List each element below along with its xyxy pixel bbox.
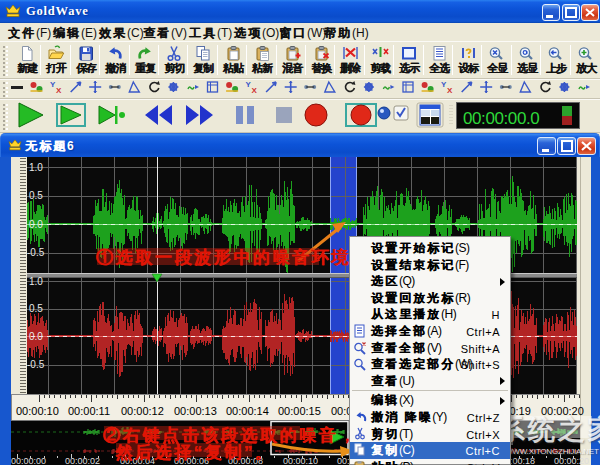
svg-text:X: X <box>56 86 62 95</box>
svg-text:X: X <box>252 86 258 95</box>
svg-text:X: X <box>447 86 453 95</box>
